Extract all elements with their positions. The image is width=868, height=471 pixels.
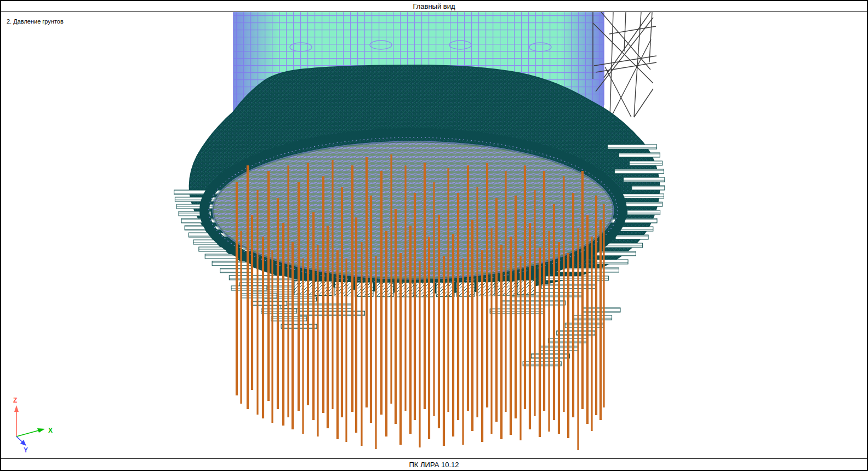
view-title-bar: Главный вид: [1, 1, 867, 12]
axis-y-label: Y: [24, 446, 28, 454]
axes-triad: Z X Y: [13, 397, 53, 454]
view-title: Главный вид: [413, 2, 455, 10]
axis-y: Y: [16, 436, 28, 454]
model-viewport-3d[interactable]: Z X Y: [1, 1, 868, 471]
lira-main-window: Главный вид 2. Давление грунтов: [0, 0, 868, 471]
axis-z-label: Z: [13, 397, 17, 404]
axis-x-label: X: [48, 427, 53, 434]
load-case-label: 2. Давление грунтов: [7, 18, 64, 25]
app-version-label: ПК ЛИРА 10.12: [409, 461, 459, 469]
axis-x: X: [16, 427, 53, 436]
axis-z: Z: [13, 397, 19, 436]
status-bar: ПК ЛИРА 10.12: [1, 458, 867, 470]
